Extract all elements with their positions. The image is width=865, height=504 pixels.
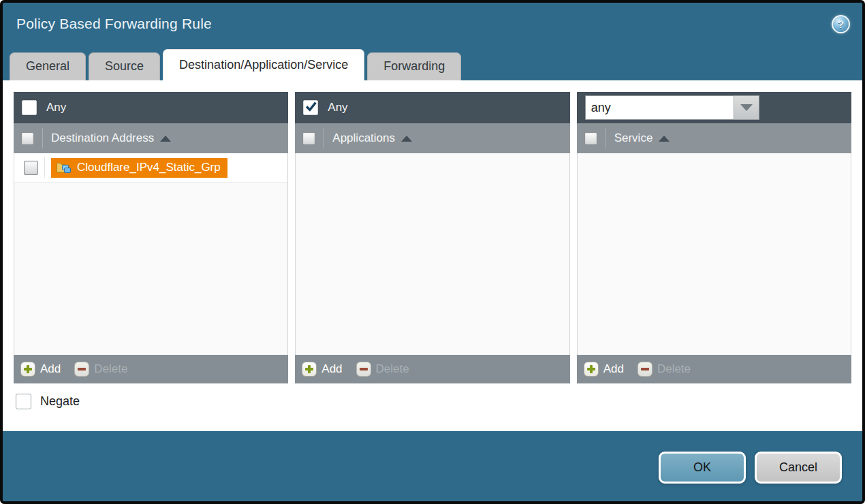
service-actions-bar: Add Delete bbox=[577, 355, 851, 383]
service-delete-button[interactable]: Delete bbox=[638, 362, 691, 377]
address-object-label: Cloudflare_IPv4_Static_Grp bbox=[77, 161, 221, 174]
applications-list bbox=[295, 153, 569, 355]
minus-icon bbox=[74, 362, 89, 377]
table-row[interactable]: Cloudflare_IPv4_Static_Grp bbox=[14, 153, 287, 183]
sort-asc-icon[interactable] bbox=[160, 136, 171, 142]
checkmark-icon bbox=[305, 101, 317, 112]
applications-add-button[interactable]: Add bbox=[302, 362, 342, 377]
destination-delete-button[interactable]: Delete bbox=[74, 362, 127, 377]
service-select-all-checkbox[interactable] bbox=[584, 132, 597, 145]
tab-strip: General Source Destination/Application/S… bbox=[3, 45, 862, 80]
dialog-footer: OK Cancel bbox=[3, 431, 862, 501]
row-checkbox-cell bbox=[20, 157, 45, 178]
header-divider bbox=[606, 128, 606, 148]
row-checkbox[interactable] bbox=[24, 161, 38, 175]
service-dropdown-button[interactable] bbox=[734, 95, 759, 120]
ok-button[interactable]: OK bbox=[659, 452, 746, 484]
minus-icon bbox=[356, 362, 371, 377]
chevron-down-icon bbox=[740, 104, 753, 111]
header-divider bbox=[42, 128, 43, 148]
applications-header-label: Applications bbox=[332, 131, 395, 145]
destination-list: Cloudflare_IPv4_Static_Grp bbox=[14, 153, 288, 355]
sort-asc-icon[interactable] bbox=[659, 136, 670, 142]
tab-source[interactable]: Source bbox=[89, 52, 160, 80]
service-column-header[interactable]: Service bbox=[577, 123, 851, 153]
applications-any-checkbox[interactable] bbox=[303, 100, 318, 115]
plus-icon bbox=[20, 362, 35, 377]
dialog-titlebar: Policy Based Forwarding Rule bbox=[3, 3, 862, 45]
destination-any-bar: Any bbox=[14, 92, 288, 123]
negate-row: Negate bbox=[16, 394, 851, 409]
negate-label: Negate bbox=[40, 394, 80, 409]
tab-general[interactable]: General bbox=[10, 52, 86, 80]
destination-header-label: Destination Address bbox=[51, 131, 154, 145]
destination-any-label: Any bbox=[46, 101, 66, 114]
service-column: Service Add Delete bbox=[577, 92, 851, 383]
destination-actions-bar: Add Delete bbox=[14, 355, 288, 383]
applications-any-bar: Any bbox=[295, 92, 569, 123]
dialog-title: Policy Based Forwarding Rule bbox=[16, 16, 212, 32]
address-object[interactable]: Cloudflare_IPv4_Static_Grp bbox=[51, 158, 227, 178]
destination-column-header[interactable]: Destination Address bbox=[14, 123, 288, 153]
destination-any-checkbox[interactable] bbox=[22, 100, 37, 115]
destination-select-all-checkbox[interactable] bbox=[21, 132, 34, 145]
service-type-input[interactable] bbox=[585, 95, 734, 120]
destination-add-button[interactable]: Add bbox=[20, 362, 61, 377]
service-type-dropdown bbox=[585, 95, 759, 120]
service-list bbox=[577, 153, 851, 355]
applications-column-header[interactable]: Applications bbox=[295, 123, 569, 153]
cancel-button[interactable]: Cancel bbox=[755, 452, 842, 484]
tab-destination-application-service[interactable]: Destination/Application/Service bbox=[163, 49, 364, 80]
applications-delete-button[interactable]: Delete bbox=[356, 362, 409, 377]
plus-icon bbox=[584, 362, 599, 377]
negate-checkbox[interactable] bbox=[16, 394, 31, 409]
service-dropdown-bar bbox=[577, 92, 851, 123]
address-group-icon bbox=[56, 161, 72, 174]
policy-forwarding-dialog: Policy Based Forwarding Rule General Sou… bbox=[0, 0, 865, 504]
help-icon[interactable] bbox=[832, 15, 850, 33]
service-header-label: Service bbox=[614, 131, 653, 145]
header-divider bbox=[324, 128, 324, 148]
service-add-button[interactable]: Add bbox=[584, 362, 624, 377]
plus-icon bbox=[302, 362, 317, 377]
tab-content-panel: Any Destination Address bbox=[3, 80, 862, 431]
destination-address-column: Any Destination Address bbox=[14, 92, 288, 383]
tab-forwarding[interactable]: Forwarding bbox=[367, 52, 461, 80]
minus-icon bbox=[638, 362, 652, 377]
sort-asc-icon[interactable] bbox=[401, 136, 412, 142]
selector-columns: Any Destination Address bbox=[14, 92, 851, 383]
applications-any-label: Any bbox=[328, 101, 347, 114]
applications-column: Any Applications Add Delete bbox=[295, 92, 569, 383]
applications-select-all-checkbox[interactable] bbox=[302, 132, 315, 145]
applications-actions-bar: Add Delete bbox=[295, 355, 569, 383]
